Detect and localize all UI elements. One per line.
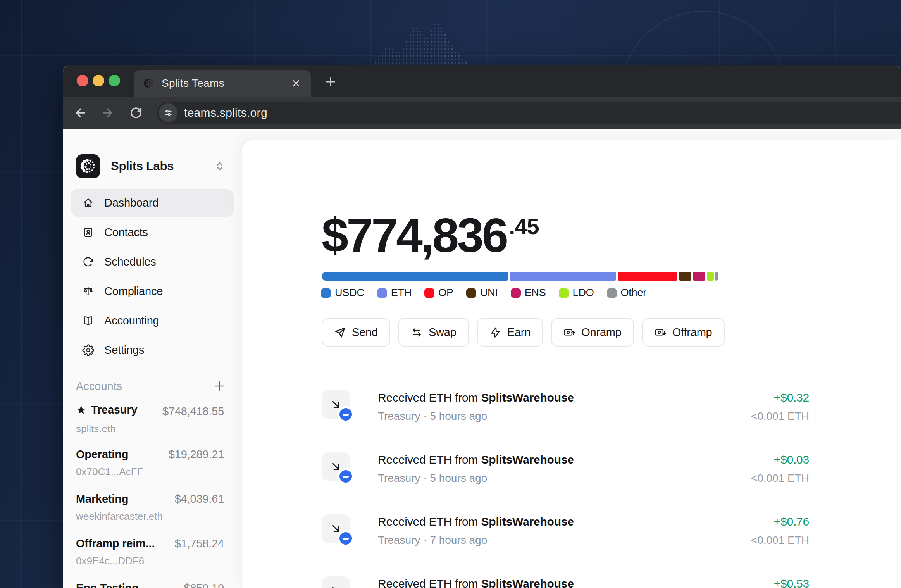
account-balance: $1,758.24 <box>175 537 224 550</box>
offramp-button[interactable]: Offramp <box>642 318 725 347</box>
sidebar-item-label: Schedules <box>104 255 156 268</box>
arrow-down-right-icon <box>329 584 343 588</box>
allocation-legend: USDC ETH OP UNI <box>321 287 646 299</box>
send-button[interactable]: Send <box>322 318 390 347</box>
earn-button[interactable]: Earn <box>477 318 543 347</box>
browser-tab[interactable]: Splits Teams <box>134 70 311 97</box>
account-balance: $19,289.21 <box>169 448 224 461</box>
address-bar[interactable]: teams.splits.org <box>157 102 901 124</box>
allocation-segment-ldo <box>707 272 714 281</box>
sidebar-item-label: Contacts <box>104 226 148 239</box>
legend-item-uni: UNI <box>466 287 498 299</box>
transaction-title: Received ETH from SplitsWarehouse <box>378 453 574 466</box>
allocation-segment-eth <box>510 272 616 281</box>
account-row-eng-testing[interactable]: Eng Testing $859.19 <box>76 582 224 588</box>
transaction-row[interactable]: Received ETH from SplitsWarehouse Treasu… <box>322 452 809 495</box>
account-row-marketing[interactable]: Marketing $4,039.61 weekinfarcaster.eth <box>76 493 224 522</box>
transaction-amounts: +$0.03 <0.001 ETH <box>751 453 809 485</box>
transaction-title: Received ETH from SplitsWarehouse <box>378 391 574 404</box>
account-balance: $859.19 <box>184 582 224 588</box>
transaction-title: Received ETH from SplitsWarehouse <box>378 577 574 588</box>
eth-token-badge <box>337 406 354 423</box>
transaction-amounts: +$0.32 <0.001 ETH <box>751 391 809 422</box>
gear-icon <box>82 344 94 356</box>
swap-icon <box>411 326 423 338</box>
transaction-usd-amount: +$0.76 <box>751 515 809 528</box>
account-name: Eng Testing <box>76 582 184 588</box>
legend-item-ldo: LDO <box>559 287 594 299</box>
legend-item-op: OP <box>424 287 453 299</box>
plus-icon[interactable] <box>213 379 226 393</box>
sidebar-item-settings[interactable]: Settings <box>71 336 234 364</box>
traffic-light-zoom-icon[interactable] <box>109 75 120 86</box>
sidebar: Splits Labs Dashboard <box>63 129 241 588</box>
eth-token-badge <box>337 468 354 485</box>
sidebar-item-contacts[interactable]: Contacts <box>71 218 234 246</box>
onramp-button[interactable]: Onramp <box>551 318 634 347</box>
tune-icon <box>163 108 173 118</box>
op-color-chip <box>424 288 434 298</box>
account-row-treasury[interactable]: Treasury $748,418.55 splits.eth <box>76 403 224 435</box>
account-detail: 0x70C1...AcFF <box>76 466 224 478</box>
url-text: teams.splits.org <box>184 106 267 119</box>
ens-color-chip <box>511 288 521 298</box>
received-icon-tile <box>322 514 350 543</box>
uni-color-chip <box>466 288 476 298</box>
scale-icon <box>82 285 94 297</box>
transaction-body: Received ETH from SplitsWarehouse Treasu… <box>378 515 574 547</box>
allocation-segment-op <box>618 272 678 281</box>
allocation-bar <box>322 272 718 281</box>
offramp-icon <box>655 326 667 338</box>
sidebar-item-dashboard[interactable]: Dashboard <box>71 189 234 217</box>
transaction-row[interactable]: Received ETH from SplitsWarehouse Treasu… <box>322 514 809 557</box>
transaction-body: Received ETH from SplitsWarehouse <box>378 577 574 588</box>
sidebar-item-label: Compliance <box>104 285 163 298</box>
transaction-meta: Treasury · 5 hours ago <box>378 472 574 485</box>
send-icon <box>334 326 346 338</box>
accounts-header-label: Accounts <box>76 380 213 393</box>
total-balance: $774,836 .45 <box>322 211 539 259</box>
transaction-meta: Treasury · 5 hours ago <box>378 410 574 422</box>
account-row-operating[interactable]: Operating $19,289.21 0x70C1...AcFF <box>76 448 224 478</box>
traffic-light-minimize-icon[interactable] <box>93 75 104 86</box>
sidebar-item-schedules[interactable]: Schedules <box>71 248 234 276</box>
sidebar-item-label: Settings <box>104 344 144 357</box>
transaction-row[interactable]: Received ETH from SplitsWarehouse +$0.53 <box>322 576 809 588</box>
close-icon[interactable] <box>290 78 302 89</box>
account-name: Treasury <box>76 403 162 416</box>
chevron-up-down-icon[interactable] <box>214 160 226 172</box>
legend-item-other: Other <box>607 287 647 299</box>
account-row-offramp-reimbursement[interactable]: Offramp reim... $1,758.24 0x9E4c...DDF6 <box>76 537 224 567</box>
ldo-color-chip <box>559 288 569 298</box>
account-name: Marketing <box>76 493 175 505</box>
tab-strip: Splits Teams <box>63 65 901 97</box>
app-page: Splits Labs Dashboard <box>63 129 901 588</box>
new-tab-button[interactable] <box>322 73 339 90</box>
forward-icon[interactable] <box>100 106 114 120</box>
sidebar-item-compliance[interactable]: Compliance <box>71 277 234 305</box>
reload-icon[interactable] <box>129 106 143 120</box>
desktop-background: Splits Teams <box>0 0 901 588</box>
received-icon-tile <box>322 452 350 481</box>
account-name: Operating <box>76 448 169 461</box>
org-name: Splits Labs <box>111 159 214 173</box>
action-buttons: Send Swap Earn <box>322 318 725 347</box>
sidebar-item-accounting[interactable]: Accounting <box>71 307 234 335</box>
transaction-body: Received ETH from SplitsWarehouse Treasu… <box>378 453 574 485</box>
received-icon-tile <box>322 390 350 419</box>
traffic-light-close-icon[interactable] <box>77 75 88 86</box>
transaction-usd-amount: +$0.53 <box>774 577 809 588</box>
transaction-row[interactable]: Received ETH from SplitsWarehouse Treasu… <box>322 390 809 433</box>
site-settings-button[interactable] <box>159 103 177 122</box>
swap-button[interactable]: Swap <box>398 318 469 347</box>
org-switcher[interactable]: Splits Labs <box>76 154 226 179</box>
account-detail: splits.eth <box>76 423 224 435</box>
star-icon <box>76 405 86 415</box>
account-balance: $4,039.61 <box>175 493 224 505</box>
splits-logo-icon <box>76 154 100 178</box>
plus-icon <box>324 75 337 88</box>
sidebar-item-label: Accounting <box>104 314 159 327</box>
usdc-color-chip <box>321 288 331 298</box>
back-icon[interactable] <box>74 106 88 120</box>
cycle-icon <box>82 256 94 268</box>
